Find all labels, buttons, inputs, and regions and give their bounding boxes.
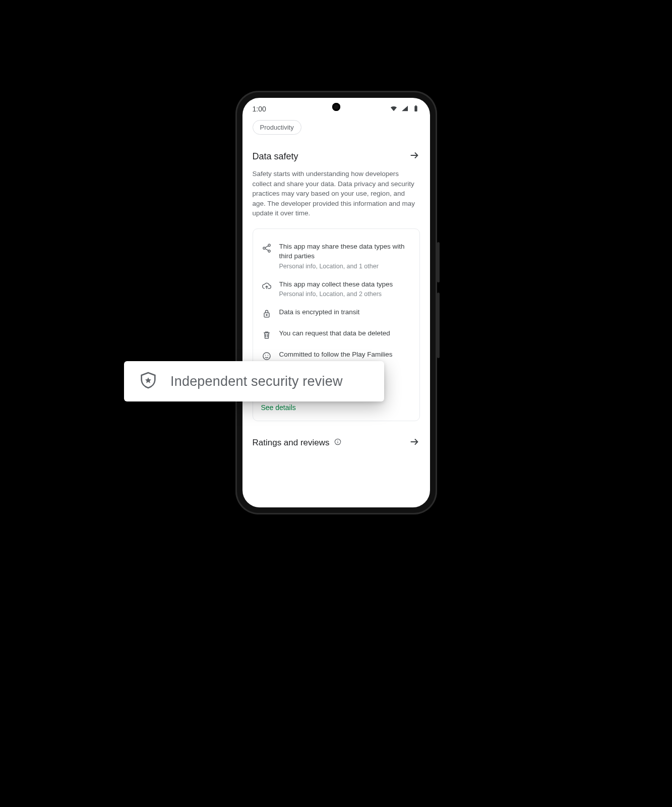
wifi-icon (390, 104, 398, 114)
see-details-link[interactable]: See details (261, 404, 411, 412)
safety-row-title: You can request that data be deleted (279, 329, 411, 338)
independent-security-review-callout: Independent security review (124, 361, 384, 401)
camera-punch-hole (332, 103, 340, 111)
safety-row-title: This app may share these data types with… (279, 242, 411, 261)
svg-point-2 (268, 244, 270, 246)
safety-row-sub: Personal info, Location, and 2 others (279, 291, 411, 298)
svg-point-4 (268, 250, 270, 252)
data-safety-title: Data safety (253, 151, 298, 162)
category-chip-row: Productivity (242, 117, 430, 141)
svg-point-8 (265, 355, 266, 356)
arrow-right-icon[interactable] (409, 150, 420, 163)
info-icon[interactable] (334, 438, 342, 448)
safety-row-title: This app may collect these data types (279, 280, 411, 290)
battery-icon (412, 104, 420, 114)
shield-star-icon (138, 370, 158, 392)
callout-label: Independent security review (170, 374, 343, 389)
safety-row-share: This app may share these data types with… (261, 237, 411, 275)
safety-row-encrypted: Data is encrypted in transit (261, 303, 411, 324)
safety-row-sub: Personal info, Location, and 1 other (279, 263, 411, 270)
trash-icon (261, 329, 272, 340)
arrow-right-icon[interactable] (409, 436, 420, 449)
ratings-section[interactable]: Ratings and reviews (242, 421, 430, 459)
share-icon (261, 242, 272, 253)
svg-rect-0 (414, 106, 417, 111)
data-safety-section: Data safety Safety starts with understan… (242, 141, 430, 218)
svg-point-7 (263, 353, 270, 360)
ratings-title: Ratings and reviews (253, 438, 330, 448)
phone-frame: 1:00 Productivity (235, 91, 437, 514)
data-safety-body: Safety starts with understanding how dev… (253, 169, 420, 218)
signal-icon (401, 104, 409, 114)
safety-row-delete: You can request that data be deleted (261, 324, 411, 345)
safety-row-title: Data is encrypted in transit (279, 308, 411, 317)
svg-point-9 (267, 355, 268, 356)
status-time: 1:00 (253, 105, 266, 113)
phone-screen: 1:00 Productivity (242, 98, 430, 507)
smile-icon (261, 350, 272, 361)
svg-rect-1 (415, 105, 416, 106)
svg-point-6 (266, 315, 267, 316)
cloud-upload-icon (261, 280, 272, 291)
lock-icon (261, 308, 272, 319)
safety-row-collect: This app may collect these data types Pe… (261, 275, 411, 303)
category-chip-productivity[interactable]: Productivity (253, 120, 301, 135)
svg-point-11 (337, 440, 338, 441)
